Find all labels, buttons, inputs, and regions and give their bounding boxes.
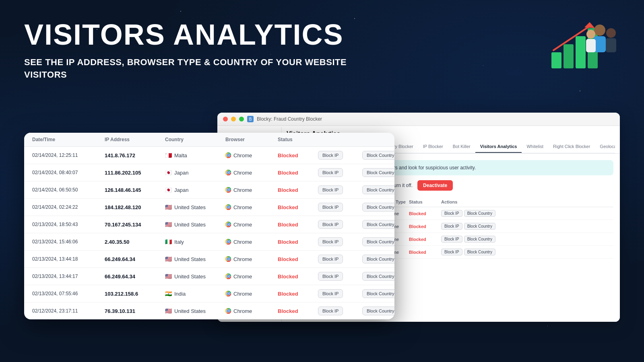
block-ip-btn-9[interactable]: Block IP — [318, 306, 343, 315]
block-country-btn-8[interactable]: Block Country — [362, 289, 394, 298]
block-ip-btn-7[interactable]: Block IP — [318, 272, 343, 281]
analytics-row-7: 02/13/2024, 13:44:17 66.249.64.34 🇺🇸 Uni… — [24, 268, 394, 285]
row-actions-8: Block IP — [318, 289, 362, 298]
th-browser: Browser — [225, 137, 278, 142]
row-date-3: 02/14/2024, 02:24:22 — [32, 204, 105, 210]
row-country-1: 🇯🇵 Japan — [165, 169, 225, 176]
tab-whitelist[interactable]: Whitelist — [522, 141, 548, 153]
block-ip-btn-4[interactable]: Block IP — [318, 220, 343, 229]
tab-right-click[interactable]: Right Click Blocker — [548, 141, 595, 153]
row-actions-7: Block IP — [318, 272, 362, 281]
page-content: VISITORS ANALYTICS SEE THE IP ADDRESS, B… — [0, 0, 644, 81]
analytics-row-1: 02/14/2024, 08:40:07 111.86.202.105 🇯🇵 J… — [24, 164, 394, 181]
flag-2: 🇯🇵 — [165, 187, 172, 193]
mini-block-country-2[interactable]: Block Country — [464, 223, 495, 230]
row-ip-2: 126.148.46.145 — [105, 187, 165, 193]
block-country-btn-4[interactable]: Block Country — [362, 220, 394, 229]
analytics-table: Date/Time IP Address Country Browser Sta… — [24, 133, 394, 319]
block-ip-btn-2[interactable]: Block IP — [318, 185, 343, 194]
block-country-btn-6[interactable]: Block Country — [362, 255, 394, 263]
block-country-btn-1[interactable]: Block Country — [362, 168, 394, 177]
row-actions-1: Block IP — [318, 168, 362, 177]
th-block-country — [362, 137, 394, 142]
analytics-row-2: 02/14/2024, 06:50:50 126.148.46.145 🇯🇵 J… — [24, 181, 394, 199]
analytics-row-3: 02/14/2024, 02:24:22 184.182.48.120 🇺🇸 U… — [24, 199, 394, 216]
row-status-3: Blocked — [278, 204, 318, 210]
flag-3: 🇺🇸 — [165, 204, 172, 210]
app-title: Blocky: Fraud Country Blocker — [257, 116, 322, 122]
window-close[interactable] — [223, 117, 228, 121]
row-block-country-8: Block Country — [362, 289, 394, 298]
tab-visitors-analytics[interactable]: Visitors Analytics — [475, 141, 522, 153]
screenshot-area: B Blocky: Fraud Country Blocker 🏠 Home 📋… — [24, 113, 620, 346]
row-block-country-0: Block Country — [362, 151, 394, 160]
block-country-btn-2[interactable]: Block Country — [362, 185, 394, 194]
row-country-6: 🇺🇸 United States — [165, 256, 225, 262]
row-actions-9: Block IP — [318, 306, 362, 315]
th-block-ip — [318, 137, 362, 142]
row-status-9: Blocked — [278, 308, 318, 314]
block-country-btn-5[interactable]: Block Country — [362, 237, 394, 246]
row-actions-2: Block IP — [318, 185, 362, 194]
block-ip-btn-1[interactable]: Block IP — [318, 168, 343, 177]
row-ip-7: 66.249.64.34 — [105, 274, 165, 280]
block-country-btn-3[interactable]: Block Country — [362, 203, 394, 212]
row-status-8: Blocked — [278, 291, 318, 297]
block-ip-btn-3[interactable]: Block IP — [318, 203, 343, 212]
block-ip-btn-8[interactable]: Block IP — [318, 289, 343, 298]
block-country-btn-7[interactable]: Block Country — [362, 272, 394, 281]
col-actions: Actions — [441, 200, 522, 204]
row-country-5: 🇮🇹 Italy — [165, 239, 225, 245]
row-block-country-1: Block Country — [362, 168, 394, 177]
row-ip-8: 103.212.158.6 — [105, 291, 165, 297]
tab-geolocation[interactable]: Geolocation Redirecter — [595, 141, 615, 153]
flag-1: 🇯🇵 — [165, 169, 172, 176]
mini-block-country-1[interactable]: Block Country — [464, 210, 495, 217]
row-browser-0: Chrome — [225, 152, 278, 158]
flag-5: 🇮🇹 — [165, 239, 172, 245]
mini-block-country-4[interactable]: Block Country — [464, 249, 495, 255]
row-actions-5: Block IP — [318, 237, 362, 246]
block-ip-btn-5[interactable]: Block IP — [318, 237, 343, 246]
mini-block-country-3[interactable]: Block Country — [464, 236, 495, 243]
analytics-row-5: 02/13/2024, 15:46:06 2.40.35.50 🇮🇹 Italy… — [24, 233, 394, 251]
row-country-4: 🇺🇸 United States — [165, 221, 225, 228]
row-browser-4: Chrome — [225, 222, 278, 228]
row-date-2: 02/14/2024, 06:50:50 — [32, 187, 105, 193]
th-country: Country — [165, 137, 225, 142]
analytics-row-0: 02/14/2024, 12:25:11 141.8.76.172 🇲🇹 Mal… — [24, 147, 394, 164]
th-date: Date/Time — [32, 137, 105, 142]
col-status: Status — [409, 200, 441, 204]
block-ip-btn-0[interactable]: Block IP — [318, 151, 343, 160]
analytics-row-8: 02/13/2024, 07:55:46 103.212.158.6 🇮🇳 In… — [24, 285, 394, 302]
window-maximize[interactable] — [239, 117, 244, 121]
row-actions-4: Block IP — [318, 220, 362, 229]
row-browser-8: Chrome — [225, 291, 278, 297]
row-browser-3: Chrome — [225, 204, 278, 210]
analytics-row-4: 02/13/2024, 18:50:43 70.167.245.134 🇺🇸 U… — [24, 216, 394, 233]
row-browser-1: Chrome — [225, 170, 278, 176]
th-status: Status — [278, 137, 318, 142]
block-country-btn-0[interactable]: Block Country — [362, 151, 394, 160]
row-date-9: 02/12/2024, 23:17:11 — [32, 308, 105, 314]
row-browser-5: Chrome — [225, 239, 278, 245]
row-status-0: Blocked — [278, 152, 318, 158]
block-ip-btn-6[interactable]: Block IP — [318, 255, 343, 263]
row-date-7: 02/13/2024, 13:44:17 — [32, 274, 105, 279]
tab-ip-blocker[interactable]: IP Blocker — [418, 141, 448, 153]
flag-9: 🇺🇸 — [165, 308, 172, 314]
deactivate-button[interactable]: Deactivate — [417, 180, 453, 191]
block-country-btn-9[interactable]: Block Country — [362, 306, 394, 315]
row-status-5: Blocked — [278, 239, 318, 245]
mini-block-ip-1[interactable]: Block IP — [441, 210, 462, 217]
mini-block-ip-2[interactable]: Block IP — [441, 223, 462, 230]
window-minimize[interactable] — [231, 117, 236, 121]
mini-block-ip-4[interactable]: Block IP — [441, 249, 462, 255]
mini-block-ip-3[interactable]: Block IP — [441, 236, 462, 243]
row-country-0: 🇲🇹 Malta — [165, 152, 225, 158]
row-status-2: Blocked — [278, 187, 318, 193]
flag-8: 🇮🇳 — [165, 290, 172, 297]
tab-bot-killer[interactable]: Bot Killer — [448, 141, 475, 153]
row-country-3: 🇺🇸 United States — [165, 204, 225, 210]
row-actions-3: Block IP — [318, 203, 362, 212]
